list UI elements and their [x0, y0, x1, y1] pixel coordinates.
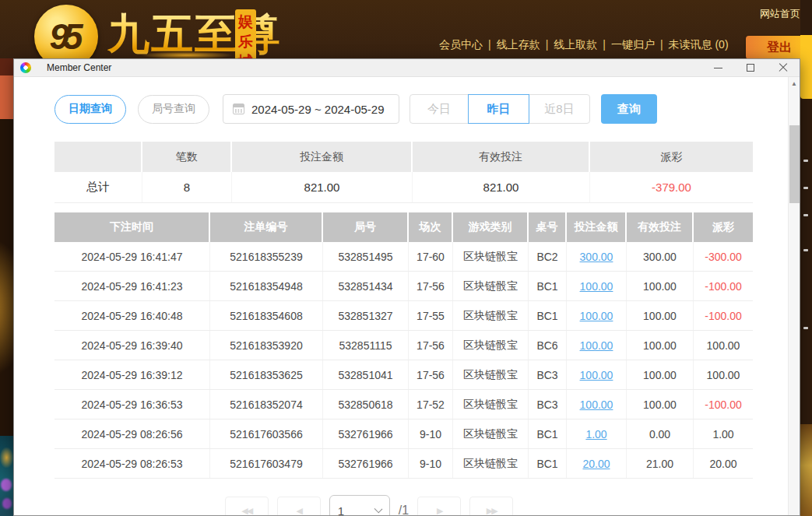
bet-amount-link[interactable]: 100.00 — [580, 310, 613, 322]
table-cell: 532851115 — [323, 331, 409, 360]
table-cell: 区块链骰宝 — [453, 301, 529, 330]
vertical-text-fragment — [803, 327, 808, 329]
member-nav-item[interactable]: 会员中心 — [439, 38, 483, 51]
prev-page-button[interactable]: ◀ — [277, 497, 321, 515]
table-cell: 1.00 — [694, 419, 753, 448]
bet-amount-link[interactable]: 100.00 — [580, 280, 613, 293]
bet-amount-cell: 100.00 — [567, 390, 627, 419]
gold-decoration — [0, 448, 13, 468]
table-cell: -100.00 — [694, 390, 753, 419]
bet-amount-link[interactable]: 300.00 — [580, 251, 613, 263]
column-header: 游戏类别 — [453, 212, 529, 242]
table-cell: 521618355239 — [210, 242, 323, 271]
table-cell: 17-52 — [409, 390, 453, 419]
summary-valid-bet: 821.00 — [413, 172, 590, 202]
bet-amount-link[interactable]: 1.00 — [585, 428, 606, 441]
first-page-button[interactable]: ◀◀ — [225, 497, 269, 515]
site-header: 95 九五至尊 娱乐城 网站首页 | 官 会员中心|线上存款|线上取款|一键归户… — [0, 0, 812, 58]
table-cell: 9-10 — [409, 419, 453, 448]
table-cell: 300.00 — [627, 242, 694, 271]
tab-date-query[interactable]: 日期查询 — [54, 95, 126, 124]
site-background-right — [800, 0, 812, 516]
column-header: 桌号 — [529, 212, 567, 242]
table-row: 2024-05-29 08:26:53521617603479532761966… — [54, 449, 753, 479]
table-cell: -300.00 — [694, 242, 753, 271]
summary-header-row: 笔数 投注金额 有效投注 派彩 — [54, 142, 753, 172]
member-center-window: Member Center 日期查询 局号查询 2024-05-29 ~ 202… — [13, 58, 800, 516]
table-cell: 521618354608 — [210, 301, 323, 330]
table-row: 2024-05-29 16:36:53521618352074532850618… — [54, 390, 753, 419]
nav-separator: | — [603, 38, 606, 51]
table-cell: 521618352074 — [210, 390, 323, 419]
table-row: 2024-05-29 08:26:56521617603566532761966… — [54, 419, 753, 449]
date-range-picker[interactable]: 2024-05-29 ~ 2024-05-29 — [223, 94, 399, 124]
column-header: 派彩 — [694, 212, 753, 242]
table-cell: 0.00 — [627, 419, 694, 448]
quick-last8-button[interactable]: 近8日 — [529, 94, 590, 124]
column-header: 投注金额 — [567, 212, 627, 242]
page-select-value: 1 — [338, 504, 344, 516]
bet-amount-cell: 300.00 — [567, 242, 627, 271]
bet-amount-link[interactable]: 100.00 — [580, 398, 613, 411]
table-cell: 100.00 — [694, 360, 753, 389]
table-cell: 521618354948 — [210, 272, 323, 300]
summary-header: 笔数 — [142, 142, 232, 172]
bet-amount-link[interactable]: 100.00 — [580, 339, 613, 352]
side-banner-fragment — [800, 35, 812, 99]
scroll-up-icon[interactable]: ▲ — [789, 77, 800, 90]
summary-payout: -379.00 — [590, 172, 753, 202]
bet-amount-cell: 20.00 — [567, 449, 627, 478]
window-content: 日期查询 局号查询 2024-05-29 ~ 2024-05-29 今日 昨日 … — [14, 77, 800, 515]
query-toolbar: 日期查询 局号查询 2024-05-29 ~ 2024-05-29 今日 昨日 … — [54, 94, 753, 124]
pagination: ◀◀ ◀ 1 /1 ▶ ▶▶ — [14, 495, 724, 515]
banner-fragment — [0, 58, 13, 75]
bet-amount-link[interactable]: 20.00 — [582, 458, 610, 470]
table-cell: 2024-05-29 16:41:47 — [54, 242, 210, 271]
vertical-scrollbar[interactable]: ▲ — [788, 77, 800, 515]
table-cell: 100.00 — [627, 360, 694, 389]
summary-bet-amount: 821.00 — [232, 172, 413, 202]
bet-amount-cell: 100.00 — [567, 301, 627, 330]
logo-monogram: 95 — [49, 16, 83, 58]
table-cell: 17-56 — [409, 272, 453, 300]
bet-amount-link[interactable]: 100.00 — [580, 369, 613, 381]
scrollbar-thumb[interactable] — [789, 125, 800, 203]
member-nav-item[interactable]: 一键归户 — [611, 38, 655, 51]
table-cell: 2024-05-29 08:26:53 — [54, 449, 210, 478]
close-button[interactable] — [767, 59, 800, 76]
table-cell: 100.00 — [694, 331, 753, 360]
table-cell: BC3 — [529, 390, 567, 419]
nav-bar-fragment — [0, 75, 13, 119]
date-range-value: 2024-05-29 ~ 2024-05-29 — [251, 103, 385, 116]
window-titlebar[interactable]: Member Center — [14, 59, 800, 77]
page-select[interactable]: 1 — [329, 495, 390, 515]
last-page-button[interactable]: ▶▶ — [469, 497, 513, 515]
screen: 95 九五至尊 娱乐城 网站首页 | 官 会员中心|线上存款|线上取款|一键归户… — [0, 0, 812, 516]
table-cell: 区块链骰宝 — [453, 360, 529, 389]
quick-today-button[interactable]: 今日 — [410, 94, 469, 124]
tab-round-query[interactable]: 局号查询 — [138, 95, 209, 124]
table-cell: 17-60 — [409, 242, 453, 271]
table-cell: 521617603566 — [210, 419, 323, 448]
next-page-button[interactable]: ▶ — [417, 497, 461, 515]
table-cell: 532761966 — [323, 449, 409, 478]
window-title: Member Center — [47, 62, 111, 73]
table-cell: 532850618 — [323, 390, 409, 419]
account-info-clipped — [439, 53, 719, 58]
table-cell: 2024-05-29 16:41:23 — [54, 272, 210, 300]
table-cell: 100.00 — [627, 331, 694, 360]
table-cell: 区块链骰宝 — [453, 449, 529, 478]
minimize-button[interactable] — [701, 59, 734, 76]
member-nav-item[interactable]: 线上取款 — [554, 38, 597, 51]
quick-yesterday-button[interactable]: 昨日 — [468, 94, 529, 124]
table-cell: 21.00 — [627, 449, 694, 478]
member-nav-item[interactable]: 未读讯息 (0) — [669, 38, 729, 51]
member-nav-item[interactable]: 线上存款 — [497, 38, 540, 51]
table-cell: BC1 — [529, 272, 567, 300]
nav-separator: | — [488, 38, 491, 51]
summary-header: 派彩 — [590, 142, 753, 172]
maximize-button[interactable] — [734, 59, 767, 76]
bet-amount-cell: 1.00 — [567, 419, 627, 448]
search-button[interactable]: 查询 — [601, 94, 657, 124]
summary-total-row: 总计 8 821.00 821.00 -379.00 — [54, 172, 753, 203]
